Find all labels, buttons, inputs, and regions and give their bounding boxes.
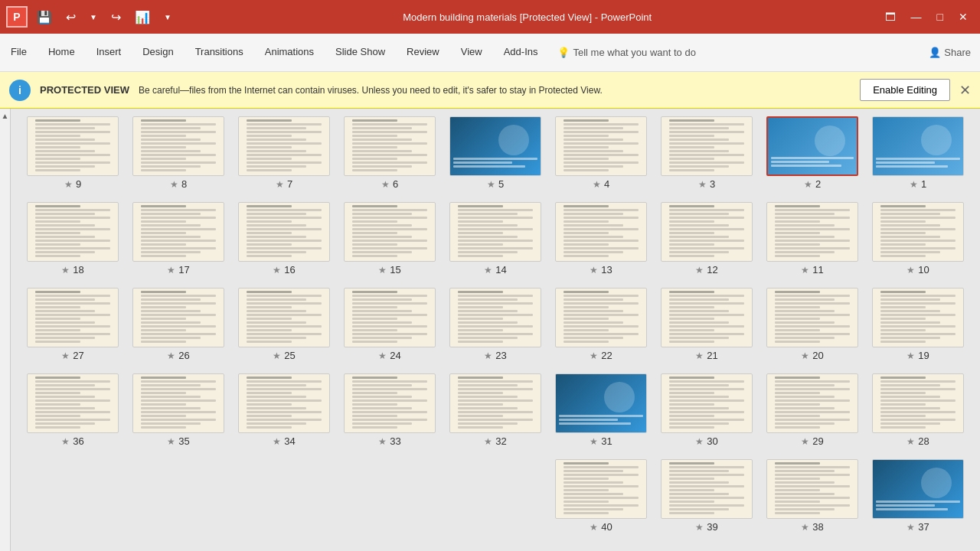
tab-insert[interactable]: Insert — [86, 34, 132, 71]
slide-thumbnail-30[interactable] — [661, 373, 753, 433]
slide-item-32[interactable]: ★ 32 — [446, 373, 545, 447]
slide-thumbnail-23[interactable] — [449, 288, 541, 347]
slide-item-19[interactable]: ★ 19 — [868, 288, 968, 361]
slide-thumbnail-33[interactable] — [344, 373, 436, 433]
slide-thumbnail-12[interactable] — [661, 202, 753, 262]
slide-thumbnail-35[interactable] — [132, 373, 224, 433]
slide-item-13[interactable]: ★ 13 — [551, 202, 651, 276]
slide-thumbnail-6[interactable] — [344, 116, 436, 176]
slide-thumbnail-7[interactable] — [238, 116, 330, 176]
close-button[interactable]: ✕ — [952, 8, 974, 26]
tab-review[interactable]: Review — [396, 34, 450, 71]
ribbon-display[interactable]: 🗖 — [879, 8, 902, 26]
slide-item-21[interactable]: ★ 21 — [657, 288, 756, 361]
slide-thumbnail-16[interactable] — [238, 202, 330, 262]
tab-view[interactable]: View — [450, 34, 493, 71]
slide-item-39[interactable]: ★ 39 — [657, 459, 756, 533]
slide-item-2[interactable]: ★ 2 — [763, 116, 862, 190]
enable-editing-button[interactable]: Enable Editing — [860, 79, 950, 101]
slide-item-4[interactable]: ★ 4 — [551, 116, 651, 190]
slide-item-3[interactable]: ★ 3 — [657, 116, 756, 190]
slide-item-5[interactable]: ★ 5 — [446, 116, 545, 190]
slide-thumbnail-37[interactable] — [872, 459, 964, 519]
slide-item-8[interactable]: ★ 8 — [129, 116, 228, 190]
tab-addins[interactable]: Add-Ins — [493, 34, 549, 71]
slide-item-40[interactable]: ★ 40 — [551, 459, 651, 533]
slide-item-14[interactable]: ★ 14 — [446, 202, 545, 276]
redo-button[interactable]: ↪ — [106, 7, 126, 28]
slide-item-31[interactable]: ★ 31 — [551, 373, 651, 447]
slide-thumbnail-29[interactable] — [766, 373, 858, 433]
slide-item-28[interactable]: ★ 28 — [868, 373, 968, 447]
slide-thumbnail-39[interactable] — [661, 459, 753, 519]
slide-item-17[interactable]: ★ 17 — [129, 202, 228, 276]
slide-thumbnail-10[interactable] — [872, 202, 964, 262]
slide-item-37[interactable]: ★ 37 — [868, 459, 968, 533]
slide-thumbnail-19[interactable] — [872, 288, 964, 347]
slide-item-23[interactable]: ★ 23 — [446, 288, 545, 361]
slide-item-33[interactable]: ★ 33 — [340, 373, 439, 447]
slide-thumbnail-5[interactable] — [449, 116, 541, 176]
tab-file[interactable]: File — [0, 34, 38, 71]
slide-thumbnail-24[interactable] — [344, 288, 436, 347]
slide-thumbnail-8[interactable] — [132, 116, 224, 176]
quick-access-button[interactable]: 📊 — [130, 7, 155, 28]
slide-item-6[interactable]: ★ 6 — [340, 116, 439, 190]
slide-thumbnail-13[interactable] — [555, 202, 647, 262]
slide-thumbnail-27[interactable] — [27, 288, 119, 347]
tab-slideshow[interactable]: Slide Show — [325, 34, 396, 71]
slide-thumbnail-25[interactable] — [238, 288, 330, 347]
slide-item-7[interactable]: ★ 7 — [234, 116, 334, 190]
slide-thumbnail-11[interactable] — [766, 202, 858, 262]
slide-thumbnail-3[interactable] — [661, 116, 753, 176]
slide-item-15[interactable]: ★ 15 — [340, 202, 439, 276]
slide-item-1[interactable]: ★ 1 — [868, 116, 968, 190]
tell-me-input[interactable]: 💡 Tell me what you want to do — [548, 34, 704, 71]
scroll-up-icon[interactable]: ▲ — [2, 112, 9, 120]
slide-item-24[interactable]: ★ 24 — [340, 288, 439, 361]
slide-item-20[interactable]: ★ 20 — [763, 288, 862, 361]
maximize-button[interactable]: □ — [931, 8, 949, 26]
slide-thumbnail-1[interactable] — [872, 116, 964, 176]
tab-animations[interactable]: Animations — [254, 34, 325, 71]
slide-thumbnail-32[interactable] — [449, 373, 541, 433]
minimize-button[interactable]: — — [905, 8, 928, 26]
undo-button[interactable]: ↩ — [61, 7, 80, 28]
save-button[interactable]: 💾 — [32, 7, 57, 28]
slide-item-9[interactable]: ★ 9 — [23, 116, 122, 190]
slide-item-18[interactable]: ★ 18 — [23, 202, 122, 276]
slide-thumbnail-20[interactable] — [766, 288, 858, 347]
slide-item-12[interactable]: ★ 12 — [657, 202, 756, 276]
protected-bar-close[interactable]: ✕ — [959, 82, 971, 99]
slide-item-22[interactable]: ★ 22 — [551, 288, 651, 361]
share-button[interactable]: 👤 Share — [920, 34, 980, 71]
slide-thumbnail-28[interactable] — [872, 373, 964, 433]
quick-access-dropdown[interactable]: ▼ — [159, 10, 176, 24]
undo-dropdown[interactable]: ▼ — [85, 10, 102, 24]
slide-item-27[interactable]: ★ 27 — [23, 288, 122, 361]
slide-item-38[interactable]: ★ 38 — [763, 459, 862, 533]
slide-thumbnail-4[interactable] — [555, 116, 647, 176]
slide-item-26[interactable]: ★ 26 — [129, 288, 228, 361]
slide-thumbnail-14[interactable] — [449, 202, 541, 262]
slide-thumbnail-36[interactable] — [27, 373, 119, 433]
tab-home[interactable]: Home — [38, 34, 86, 71]
slide-thumbnail-17[interactable] — [132, 202, 224, 262]
slide-thumbnail-26[interactable] — [132, 288, 224, 347]
slide-thumbnail-31[interactable] — [555, 373, 647, 433]
slide-item-34[interactable]: ★ 34 — [234, 373, 334, 447]
slide-item-10[interactable]: ★ 10 — [868, 202, 968, 276]
slide-item-36[interactable]: ★ 36 — [23, 373, 122, 447]
slide-thumbnail-22[interactable] — [555, 288, 647, 347]
slide-item-11[interactable]: ★ 11 — [763, 202, 862, 276]
slide-thumbnail-40[interactable] — [555, 459, 647, 519]
slide-thumbnail-21[interactable] — [661, 288, 753, 347]
slide-item-25[interactable]: ★ 25 — [234, 288, 334, 361]
slide-thumbnail-9[interactable] — [27, 116, 119, 176]
slide-thumbnail-18[interactable] — [27, 202, 119, 262]
slide-item-16[interactable]: ★ 16 — [234, 202, 334, 276]
slide-item-30[interactable]: ★ 30 — [657, 373, 756, 447]
tab-transitions[interactable]: Transitions — [185, 34, 254, 71]
slide-thumbnail-15[interactable] — [344, 202, 436, 262]
tab-design[interactable]: Design — [132, 34, 184, 71]
